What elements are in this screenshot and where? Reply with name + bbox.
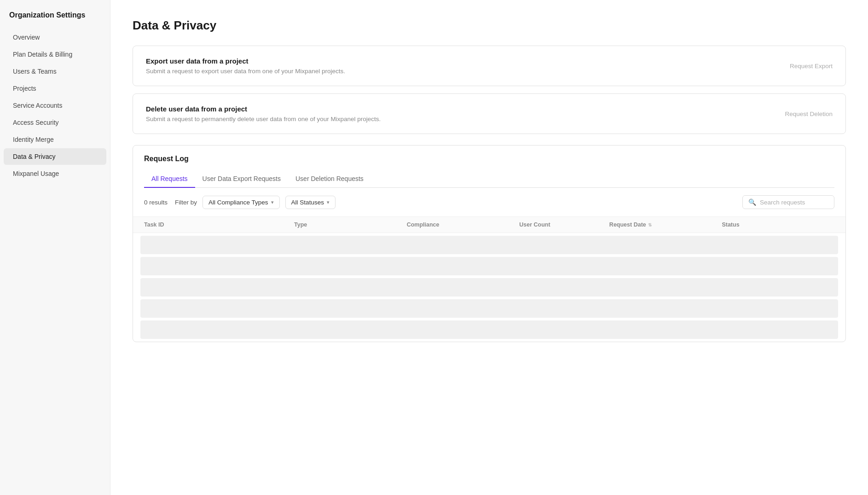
request-log-section: Request Log All RequestsUser Data Export…: [133, 145, 846, 342]
sidebar-item-mixpanel-usage[interactable]: Mixpanel Usage: [4, 165, 106, 182]
sidebar-title: Organization Settings: [0, 0, 110, 29]
request-log-tabs: All RequestsUser Data Export RequestsUse…: [144, 170, 834, 188]
sidebar-item-projects[interactable]: Projects: [4, 80, 106, 97]
sidebar-item-users-teams[interactable]: Users & Teams: [4, 63, 106, 80]
th-request-date[interactable]: Request Date⇅: [609, 221, 722, 228]
export-card-title: Export user data from a project: [146, 57, 345, 65]
tab-deletion-requests[interactable]: User Deletion Requests: [288, 170, 371, 188]
table-header: Task IDTypeComplianceUser CountRequest D…: [133, 217, 845, 233]
th-status: Status: [722, 221, 834, 228]
page-title: Data & Privacy: [133, 18, 846, 33]
search-box: 🔍: [742, 195, 834, 209]
skeleton-rows: [133, 236, 845, 339]
sort-icon-request-date[interactable]: ⇅: [648, 222, 652, 227]
status-dropdown[interactable]: All Statuses ▾: [285, 196, 336, 209]
search-input[interactable]: [760, 199, 824, 206]
compliance-type-dropdown[interactable]: All Compliance Types ▾: [203, 196, 280, 209]
delete-card: Delete user data from a project Submit a…: [133, 93, 846, 134]
filter-label: Filter by: [175, 199, 197, 206]
request-log-header: Request Log All RequestsUser Data Export…: [133, 146, 845, 188]
sidebar-item-data-privacy[interactable]: Data & Privacy: [4, 148, 106, 165]
search-icon: 🔍: [748, 198, 756, 206]
skeleton-row-2: [140, 257, 838, 275]
th-user-count: User Count: [519, 221, 609, 228]
delete-card-title: Delete user data from a project: [146, 105, 381, 113]
main-content: Data & Privacy Export user data from a p…: [110, 0, 868, 495]
sidebar: Organization Settings OverviewPlan Detai…: [0, 0, 110, 495]
export-card: Export user data from a project Submit a…: [133, 46, 846, 86]
status-chevron-icon: ▾: [327, 199, 330, 205]
sidebar-nav: OverviewPlan Details & BillingUsers & Te…: [0, 29, 110, 182]
delete-card-content: Delete user data from a project Submit a…: [146, 105, 381, 122]
sidebar-item-plan-details-billing[interactable]: Plan Details & Billing: [4, 46, 106, 63]
status-label: All Statuses: [291, 199, 324, 206]
skeleton-row-5: [140, 320, 838, 339]
skeleton-row-4: [140, 299, 838, 318]
compliance-chevron-icon: ▾: [271, 199, 274, 205]
request-export-button[interactable]: Request Export: [790, 63, 833, 70]
compliance-type-label: All Compliance Types: [208, 199, 268, 206]
skeleton-row-3: [140, 278, 838, 297]
sidebar-item-service-accounts[interactable]: Service Accounts: [4, 97, 106, 114]
skeleton-row-1: [140, 236, 838, 254]
delete-card-description: Submit a request to permanently delete u…: [146, 116, 381, 122]
sidebar-item-overview[interactable]: Overview: [4, 29, 106, 46]
export-card-description: Submit a request to export user data fro…: [146, 68, 345, 75]
sidebar-item-identity-merge[interactable]: Identity Merge: [4, 131, 106, 148]
tab-all-requests[interactable]: All Requests: [144, 170, 195, 188]
export-card-content: Export user data from a project Submit a…: [146, 57, 345, 75]
th-type: Type: [294, 221, 407, 228]
request-log-title: Request Log: [144, 155, 834, 163]
th-task-id: Task ID: [144, 221, 294, 228]
results-count: 0 results: [144, 199, 168, 206]
sidebar-item-access-security[interactable]: Access Security: [4, 114, 106, 131]
request-deletion-button[interactable]: Request Deletion: [785, 111, 833, 117]
filter-bar: 0 results Filter by All Compliance Types…: [133, 188, 845, 217]
th-compliance: Compliance: [407, 221, 520, 228]
tab-export-requests[interactable]: User Data Export Requests: [195, 170, 288, 188]
